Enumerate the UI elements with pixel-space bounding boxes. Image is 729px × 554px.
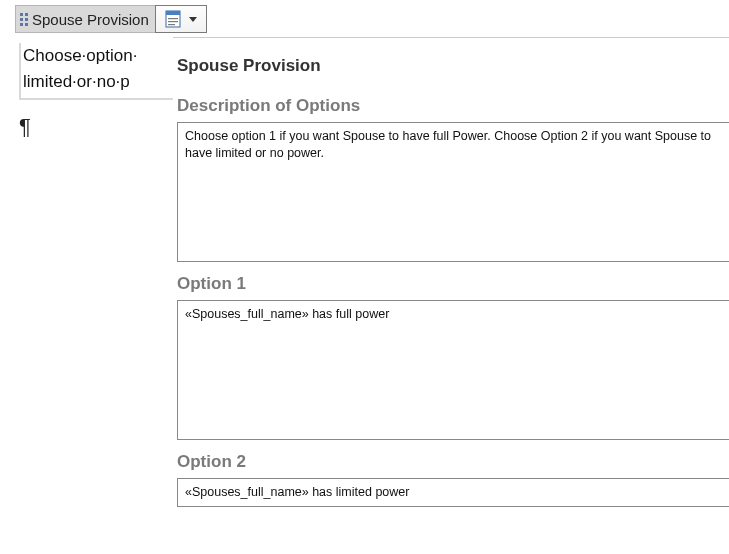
properties-panel: Spouse Provision Description of Options … <box>173 37 729 554</box>
svg-rect-1 <box>166 11 180 15</box>
option1-heading: Option 1 <box>173 262 729 300</box>
content-control-tag-label[interactable]: Spouse Provision <box>15 5 155 33</box>
content-control-icon <box>164 9 186 29</box>
svg-rect-3 <box>168 21 178 22</box>
description-text: Choose option 1 if you want Spouse to ha… <box>185 129 711 160</box>
content-control-dropdown[interactable] <box>155 5 207 33</box>
content-control-tag: Spouse Provision <box>15 5 207 33</box>
panel-title: Spouse Provision <box>173 46 729 84</box>
option2-heading: Option 2 <box>173 440 729 478</box>
option1-text: «Spouses_full_name» has full power <box>185 307 389 321</box>
content-control-body[interactable]: Choose·option· limited·or·no·p ¶ <box>15 39 190 150</box>
description-textbox[interactable]: Choose option 1 if you want Spouse to ha… <box>177 122 729 262</box>
option2-textbox[interactable]: «Spouses_full_name» has limited power <box>177 478 729 507</box>
description-heading: Description of Options <box>173 84 729 122</box>
drag-handle-icon[interactable] <box>20 13 28 26</box>
svg-rect-4 <box>168 24 175 25</box>
doc-body-line2: limited·or·no·p <box>23 72 130 91</box>
pilcrow-mark: ¶ <box>19 110 186 144</box>
option2-text: «Spouses_full_name» has limited power <box>185 485 409 499</box>
chevron-down-icon <box>189 17 197 22</box>
tag-title: Spouse Provision <box>32 11 149 28</box>
option1-textbox[interactable]: «Spouses_full_name» has full power <box>177 300 729 440</box>
svg-rect-2 <box>168 18 178 19</box>
doc-body-line1: Choose·option· <box>23 46 137 65</box>
